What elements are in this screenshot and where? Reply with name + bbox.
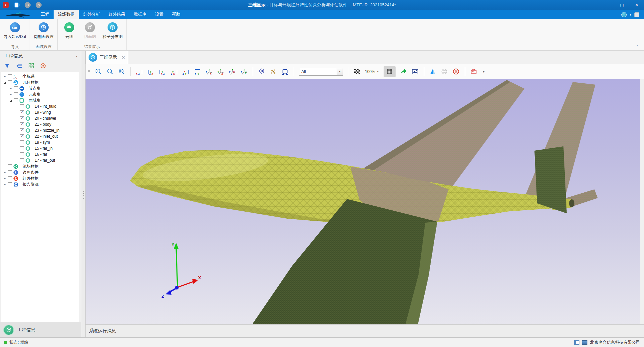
tree-checkbox[interactable] xyxy=(20,110,24,114)
tab-close-icon[interactable]: ✕ xyxy=(122,55,125,60)
period-face-button[interactable]: 周期面设置 xyxy=(32,21,55,43)
view-iso-2-button[interactable]: Yx xyxy=(217,68,224,75)
tree-checkbox[interactable] xyxy=(14,92,18,96)
panel-footer[interactable]: 工程信息 xyxy=(0,322,81,337)
menu-item-ir-analysis[interactable]: 红外分析 xyxy=(79,10,104,19)
view-back-button[interactable]: zxy xyxy=(147,68,155,75)
tree-checkbox[interactable] xyxy=(20,122,24,126)
tree-checkbox[interactable] xyxy=(8,170,12,174)
menu-item-ir-result[interactable]: 红外结果 xyxy=(104,10,130,19)
expand-arrow-icon[interactable]: ◢ xyxy=(3,81,7,84)
view-iso-3-button[interactable]: zx xyxy=(229,68,236,75)
tree-checkbox[interactable] xyxy=(20,134,24,138)
close-button[interactable]: ✕ xyxy=(629,0,644,10)
tree-item[interactable]: 17 - far_out xyxy=(1,157,80,163)
view-iso-4-button[interactable]: zy xyxy=(240,68,248,75)
delete-icon[interactable] xyxy=(453,68,460,75)
tree-item[interactable]: 23 - nozzle_in xyxy=(1,127,80,133)
clip-caret-icon[interactable]: ▼ xyxy=(482,68,486,75)
tree-checkbox[interactable] xyxy=(14,86,18,90)
panel-collapse-icon[interactable]: ‹ xyxy=(76,54,78,59)
tree-item[interactable]: 18 - sym xyxy=(1,139,80,145)
probe-icon[interactable] xyxy=(258,68,265,75)
tree-item[interactable]: ◢ 面域集 xyxy=(1,97,80,103)
tree-checkbox[interactable] xyxy=(8,182,12,186)
tree-checkbox[interactable] xyxy=(8,164,12,168)
maximize-button[interactable]: ▢ xyxy=(615,0,629,10)
snapshot-icon[interactable] xyxy=(412,68,419,75)
view-front-button[interactable]: xz xyxy=(136,68,143,75)
tree-item[interactable]: ▶ 节点集 xyxy=(1,85,80,91)
filter-icon[interactable] xyxy=(4,63,10,69)
import-cas-dat-button[interactable]: cas 导入Cas/Dat xyxy=(2,21,28,43)
tree-checkbox[interactable] xyxy=(20,158,24,162)
window-style-icon[interactable] xyxy=(634,12,639,17)
export-arrow-icon[interactable] xyxy=(400,68,407,75)
viewport-3d[interactable]: X Y Z xyxy=(86,79,640,324)
tab-3d-display[interactable]: 三维显示 ✕ xyxy=(86,51,128,64)
view-right-button[interactable]: zxy xyxy=(170,68,178,75)
ribbon-collapse-icon[interactable]: ⌃ xyxy=(636,45,639,48)
view-iso-1-button[interactable]: zx xyxy=(205,68,213,75)
zoom-out-icon[interactable] xyxy=(106,68,114,75)
mirror-icon[interactable] xyxy=(429,68,437,75)
tree-item[interactable]: 14 - int_fluid xyxy=(1,103,80,109)
display-filter-combobox[interactable]: All ▼ xyxy=(299,68,343,76)
view-bottom-button[interactable]: zY xyxy=(194,68,201,75)
tree-checkbox[interactable] xyxy=(20,116,24,120)
theme-icon[interactable] xyxy=(621,12,627,17)
tree-item[interactable]: ◢ 几何数据 xyxy=(1,79,80,85)
layout-window-icon[interactable] xyxy=(582,340,587,345)
tree-item[interactable]: ▶ Yzx 坐标系 xyxy=(1,73,80,79)
tree-item[interactable]: 流场数据 xyxy=(1,163,80,169)
undo-icon[interactable]: ↺ xyxy=(25,2,31,8)
tree-checkbox[interactable] xyxy=(20,146,24,150)
tree-item[interactable]: 15 - far_in xyxy=(1,145,80,151)
tree-item[interactable]: ▶ 报告资源 xyxy=(1,181,80,187)
tree-item[interactable]: ▶ 元素集 xyxy=(1,91,80,97)
menu-item-database[interactable]: 数据库 xyxy=(130,10,151,19)
zoom-in-icon[interactable] xyxy=(95,68,102,75)
tree-checkbox[interactable] xyxy=(8,80,12,84)
redo-icon[interactable]: ↻ xyxy=(36,2,42,8)
menu-item-flowfield[interactable]: 流场数据 xyxy=(54,10,79,19)
tree-checkbox[interactable] xyxy=(20,140,24,144)
collapse-list-icon[interactable] xyxy=(16,63,22,69)
menu-item-settings[interactable]: 设置 xyxy=(151,10,168,19)
tree-item[interactable]: 19 - wing xyxy=(1,109,80,115)
tree-item[interactable]: 21 - body xyxy=(1,121,80,127)
zoom-fit-icon[interactable] xyxy=(118,68,125,75)
combobox-caret-icon[interactable]: ▼ xyxy=(337,68,343,75)
tree-item[interactable]: ▶ 边界条件 xyxy=(1,169,80,175)
expand-arrow-icon[interactable]: ▶ xyxy=(3,171,7,174)
message-panel[interactable]: 系统运行消息 xyxy=(86,324,644,337)
tree-checkbox[interactable] xyxy=(14,98,18,102)
panel-splitter[interactable] xyxy=(81,51,86,337)
particles-icon[interactable] xyxy=(270,68,277,75)
tree-item[interactable]: ▶ 红外数据 xyxy=(1,175,80,181)
particle-plot-button[interactable]: 粒子分布图 xyxy=(101,21,124,43)
tree-item[interactable]: 20 - chuiwei xyxy=(1,115,80,121)
expand-arrow-icon[interactable]: ◢ xyxy=(9,99,13,102)
tree-checkbox[interactable] xyxy=(8,176,12,180)
minimize-button[interactable]: — xyxy=(600,0,615,10)
grid-toggle-button[interactable] xyxy=(384,66,396,77)
dropdown-caret-icon[interactable]: ▼ xyxy=(629,13,632,16)
tree-item[interactable]: 22 - inlet_out xyxy=(1,133,80,139)
menu-item-help[interactable]: 帮助 xyxy=(168,10,185,19)
menu-item-engineering[interactable]: 工程 xyxy=(37,10,54,19)
clip-box-icon[interactable] xyxy=(470,68,478,75)
grid-view-icon[interactable] xyxy=(29,63,34,69)
layout-panel-icon[interactable] xyxy=(574,340,579,345)
select-rect-icon[interactable] xyxy=(281,68,289,75)
view-top-button[interactable]: zYx xyxy=(182,68,189,75)
expand-arrow-icon[interactable]: ▶ xyxy=(3,177,7,180)
tree-item[interactable]: 16 - far xyxy=(1,151,80,157)
tree-checkbox[interactable] xyxy=(20,104,24,108)
transparency-icon[interactable] xyxy=(353,68,361,75)
pin-icon[interactable]: ✦ xyxy=(3,2,9,8)
tree-checkbox[interactable] xyxy=(20,152,24,156)
cloud-plot-button[interactable]: 云图 xyxy=(60,21,79,43)
expand-arrow-icon[interactable]: ▶ xyxy=(3,183,7,186)
tree-checkbox[interactable] xyxy=(20,128,24,132)
